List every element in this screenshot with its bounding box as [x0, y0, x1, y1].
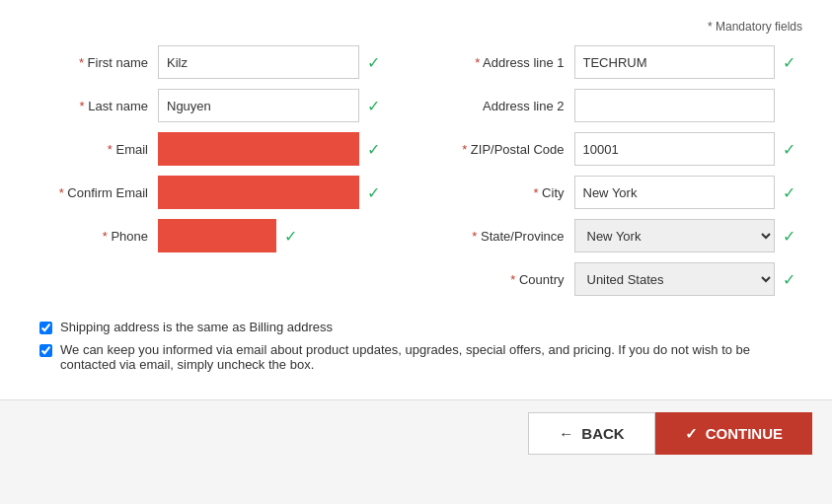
continue-label: CONTINUE — [706, 425, 783, 442]
checkbox-optin-row: We can keep you informed via email about… — [39, 342, 802, 372]
footer-bar: BACK CONTINUE — [0, 399, 832, 467]
row-confirm-email: * Confirm Email ✓ — [30, 176, 387, 209]
label-phone: * Phone — [30, 229, 158, 244]
last-name-input[interactable] — [158, 89, 359, 122]
row-last-name: * Last name ✓ — [30, 89, 387, 122]
check-phone: ✓ — [284, 227, 304, 246]
col-right: * Address line 1 ✓ Address line 2 ✓ * ZI… — [416, 45, 803, 306]
back-button[interactable]: BACK — [528, 412, 654, 455]
checkboxes-section: Shipping address is the same as Billing … — [30, 320, 802, 372]
check-last-name: ✓ — [367, 97, 387, 115]
form-container: * Mandatory fields * First name ✓ * Last… — [0, 0, 832, 399]
label-address1: * Address line 1 — [446, 55, 574, 70]
shipping-same-label: Shipping address is the same as Billing … — [60, 320, 333, 334]
continue-button[interactable]: CONTINUE — [655, 412, 812, 455]
email-optin-label: We can keep you informed via email about… — [60, 342, 802, 372]
email-optin-checkbox[interactable] — [39, 344, 52, 357]
row-state: * State/Province New York California Tex… — [446, 219, 803, 252]
check-zip: ✓ — [783, 140, 802, 159]
row-address2: Address line 2 ✓ — [446, 89, 803, 122]
back-arrow-icon — [559, 425, 573, 442]
label-email: * Email — [30, 142, 158, 157]
row-address1: * Address line 1 ✓ — [446, 45, 803, 79]
address1-input[interactable] — [574, 45, 776, 79]
col-left: * First name ✓ * Last name ✓ * Email ✓ *… — [30, 45, 416, 306]
row-city: * City ✓ — [446, 176, 803, 209]
state-select[interactable]: New York California Texas Florida — [574, 219, 776, 252]
phone-input[interactable] — [158, 219, 276, 252]
confirm-email-input[interactable] — [158, 176, 359, 209]
label-zip: * ZIP/Postal Code — [446, 142, 574, 157]
checkbox-shipping-row: Shipping address is the same as Billing … — [39, 320, 802, 334]
label-address2: Address line 2 — [446, 99, 574, 113]
back-label: BACK — [581, 425, 624, 442]
city-input[interactable] — [574, 176, 776, 209]
label-confirm-email: * Confirm Email — [30, 185, 158, 200]
label-first-name: * First name — [30, 55, 158, 70]
check-country: ✓ — [783, 270, 802, 289]
label-country: * Country — [446, 272, 574, 287]
mandatory-note: * Mandatory fields — [30, 20, 802, 34]
check-confirm-email: ✓ — [367, 183, 387, 202]
check-email: ✓ — [367, 140, 387, 159]
label-city: * City — [446, 185, 574, 200]
check-state: ✓ — [783, 227, 802, 246]
first-name-input[interactable] — [158, 45, 359, 79]
shipping-same-checkbox[interactable] — [39, 322, 52, 334]
row-country: * Country United States Canada United Ki… — [446, 262, 803, 296]
form-body: * First name ✓ * Last name ✓ * Email ✓ *… — [30, 45, 802, 306]
country-select[interactable]: United States Canada United Kingdom Aust… — [574, 262, 776, 296]
row-email: * Email ✓ — [30, 132, 387, 166]
zip-input[interactable] — [574, 132, 776, 166]
label-state: * State/Province — [446, 229, 574, 244]
email-input[interactable] — [158, 132, 359, 166]
address2-input[interactable] — [574, 89, 776, 122]
check-city: ✓ — [783, 183, 802, 202]
row-first-name: * First name ✓ — [30, 45, 387, 79]
continue-check-icon — [685, 425, 698, 443]
row-phone: * Phone ✓ — [30, 219, 387, 252]
check-first-name: ✓ — [367, 53, 387, 72]
label-last-name: * Last name — [30, 99, 158, 113]
check-address1: ✓ — [783, 53, 802, 72]
row-zip: * ZIP/Postal Code ✓ — [446, 132, 803, 166]
